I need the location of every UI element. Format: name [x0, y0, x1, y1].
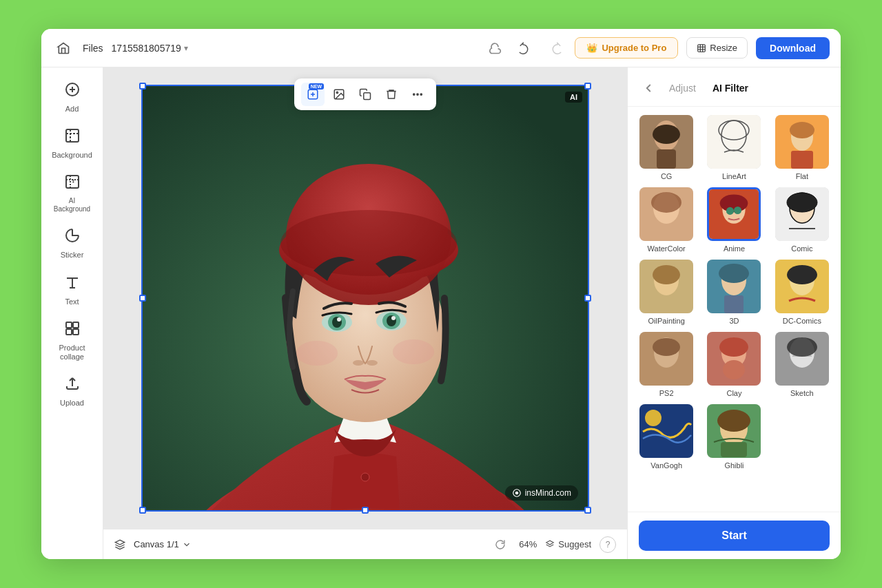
svg-point-57 — [734, 207, 741, 214]
handle-tl[interactable] — [139, 83, 146, 90]
svg-point-77 — [719, 337, 748, 357]
tab-adjust[interactable]: Adjust — [664, 80, 701, 96]
sidebar-item-sticker-label: Sticker — [61, 251, 84, 260]
sidebar-item-background-label: Background — [52, 151, 92, 160]
sidebar-item-text-label: Text — [65, 297, 79, 306]
canvas-container[interactable]: NEW — [103, 67, 627, 529]
svg-rect-7 — [73, 329, 79, 335]
svg-point-13 — [417, 94, 418, 95]
handle-bl[interactable] — [139, 507, 146, 514]
handle-mr[interactable] — [584, 295, 591, 302]
filter-item-clay[interactable]: Clay — [704, 332, 764, 397]
svg-rect-5 — [73, 322, 79, 328]
svg-point-14 — [420, 94, 422, 95]
start-button[interactable]: Start — [639, 521, 830, 551]
panel-header: Adjust AI Filter — [628, 67, 841, 107]
filter-thumb-ps2 — [639, 332, 693, 386]
panel-footer: Start — [628, 512, 841, 559]
svg-rect-42 — [657, 149, 676, 169]
ai-badge: AI — [565, 92, 582, 103]
upgrade-button[interactable]: 👑 Upgrade to Pro — [575, 37, 678, 59]
filter-item-flat[interactable]: Flat — [772, 115, 832, 180]
filter-item-ghibli[interactable]: Ghibli — [704, 404, 764, 470]
filter-label-comic: Comic — [791, 244, 812, 253]
sidebar-item-add[interactable]: Add — [46, 76, 99, 119]
filename-display[interactable]: 1715581805719 ▾ — [112, 43, 188, 54]
handle-br[interactable] — [584, 507, 591, 514]
handle-ml[interactable] — [139, 295, 146, 302]
svg-point-52 — [651, 192, 681, 213]
handle-bm[interactable] — [362, 507, 369, 514]
refresh-button[interactable] — [490, 534, 511, 555]
filter-thumb-clay — [707, 332, 761, 386]
handle-tr[interactable] — [584, 83, 591, 90]
filter-thumb-oilpainting — [639, 260, 693, 313]
svg-point-67 — [719, 264, 749, 283]
filter-label-vangogh: VanGogh — [650, 461, 682, 470]
filter-item-cg[interactable]: CG — [636, 115, 697, 180]
svg-point-74 — [653, 338, 680, 356]
cloud-save-button[interactable] — [484, 37, 506, 59]
files-nav[interactable]: Files — [83, 43, 103, 54]
resize-button[interactable]: Resize — [686, 37, 748, 59]
filter-item-watercolor[interactable]: WaterColor — [636, 187, 697, 253]
home-button[interactable] — [52, 37, 74, 59]
filter-item-3d[interactable]: 3D — [704, 260, 764, 325]
svg-point-56 — [726, 207, 734, 215]
help-button[interactable]: ? — [599, 536, 616, 553]
download-button[interactable]: Download — [756, 37, 830, 59]
filter-thumb-3d — [707, 260, 761, 313]
zoom-level: 64% — [519, 539, 537, 549]
filter-item-anime[interactable]: Anime — [704, 187, 764, 253]
filter-item-comic[interactable]: Comic — [772, 187, 832, 253]
filter-item-vangogh[interactable]: VanGogh — [636, 404, 697, 470]
canvas-pages-label: Canvas 1/1 — [134, 539, 179, 549]
canvas-area: NEW — [103, 67, 627, 559]
sidebar-item-background[interactable]: Background — [46, 122, 99, 165]
svg-point-78 — [723, 360, 745, 379]
new-badge: NEW — [309, 83, 324, 90]
sidebar-item-add-label: Add — [65, 105, 79, 114]
canvas-image[interactable]: AI insMind.com — [141, 85, 589, 512]
filter-item-oilpainting[interactable]: OilPainting — [636, 260, 697, 325]
filter-item-dc-comics[interactable]: DC-Comics — [772, 260, 832, 325]
filter-label-clay: Clay — [726, 389, 741, 397]
svg-point-87 — [717, 410, 750, 432]
svg-point-71 — [787, 265, 817, 284]
svg-point-12 — [413, 94, 415, 95]
undo-button[interactable] — [514, 37, 536, 59]
copy-tool-button[interactable] — [353, 83, 377, 106]
svg-rect-3 — [66, 176, 79, 188]
filter-item-ps2[interactable]: PS2 — [636, 332, 697, 397]
upload-icon — [64, 375, 81, 396]
filter-item-sketch[interactable]: Sketch — [772, 332, 832, 397]
sidebar-item-sticker[interactable]: Sticker — [46, 222, 99, 265]
panel-back-button[interactable] — [639, 78, 658, 98]
svg-rect-11 — [364, 93, 371, 100]
svg-point-38 — [515, 492, 518, 495]
sidebar-item-ai-background[interactable]: AI Background — [46, 168, 99, 219]
filter-thumb-watercolor — [639, 187, 693, 241]
svg-rect-88 — [721, 442, 747, 457]
svg-point-10 — [336, 92, 338, 93]
image-tool-button[interactable] — [327, 83, 351, 106]
filter-item-lineart[interactable]: LineArt — [704, 115, 764, 180]
sidebar-item-upload[interactable]: Upload — [46, 370, 99, 413]
filter-thumb-ghibli — [707, 404, 761, 458]
filter-thumb-sketch — [775, 332, 829, 386]
filter-grid: CG LineArt Flat — [636, 115, 832, 470]
sidebar-item-upload-label: Upload — [60, 399, 84, 408]
bottom-bar: Canvas 1/1 64% Sugg — [103, 529, 627, 559]
redo-button[interactable] — [544, 37, 566, 59]
left-sidebar: Add Background AI Back — [41, 67, 103, 559]
suggest-button[interactable]: Suggest — [545, 539, 591, 549]
delete-tool-button[interactable] — [380, 83, 403, 106]
filter-thumb-anime — [707, 187, 761, 241]
more-tool-button[interactable] — [406, 83, 429, 106]
canvas-pages[interactable]: Canvas 1/1 — [134, 539, 192, 549]
ai-tool-button[interactable]: NEW — [301, 83, 325, 106]
sidebar-item-product-collage[interactable]: Product collage — [46, 315, 99, 367]
tab-ai-filter[interactable]: AI Filter — [707, 80, 754, 96]
sidebar-item-text[interactable]: Text — [46, 269, 99, 312]
layers-button[interactable] — [114, 539, 125, 550]
